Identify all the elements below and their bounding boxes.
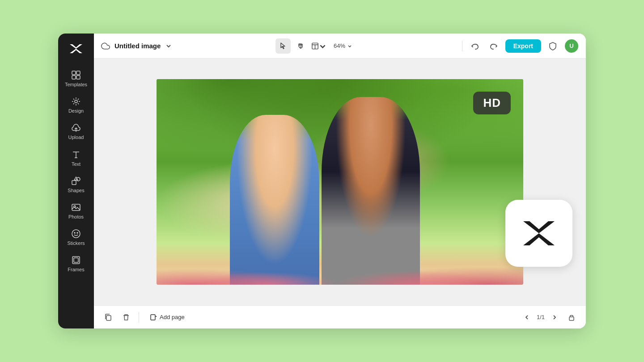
undo-icon bbox=[471, 42, 479, 50]
next-page-button[interactable] bbox=[548, 311, 561, 324]
prev-page-button[interactable] bbox=[521, 311, 533, 324]
svg-rect-7 bbox=[72, 204, 80, 210]
delete-button[interactable] bbox=[119, 310, 133, 324]
svg-rect-5 bbox=[72, 181, 76, 185]
svg-rect-2 bbox=[72, 76, 76, 79]
app-logo[interactable] bbox=[66, 39, 86, 59]
zoom-value: 64% bbox=[334, 42, 345, 49]
lock-button[interactable] bbox=[564, 310, 579, 324]
chevron-down-icon bbox=[165, 42, 172, 50]
sidebar-item-stickers-label: Stickers bbox=[67, 240, 85, 246]
cursor-icon bbox=[279, 42, 287, 50]
svg-rect-15 bbox=[106, 316, 111, 320]
sidebar-item-text-label: Text bbox=[72, 161, 80, 167]
templates-icon bbox=[71, 70, 81, 80]
sidebar: Templates Design Upload Text bbox=[58, 34, 94, 328]
shapes-icon bbox=[71, 176, 81, 186]
svg-point-11 bbox=[77, 232, 78, 233]
sidebar-item-photos[interactable]: Photos bbox=[58, 198, 94, 224]
layout-tool-button[interactable] bbox=[311, 38, 326, 54]
export-button[interactable]: Export bbox=[505, 39, 541, 53]
sidebar-item-frames-label: Frames bbox=[68, 267, 84, 273]
bottom-divider bbox=[139, 312, 139, 323]
photos-icon bbox=[71, 202, 81, 212]
svg-point-10 bbox=[74, 232, 75, 233]
main-area: Untitled image bbox=[94, 34, 586, 328]
svg-rect-3 bbox=[76, 76, 80, 79]
select-tool-button[interactable] bbox=[275, 38, 291, 54]
flowers-layer bbox=[157, 240, 523, 285]
page-count: 1/1 bbox=[537, 314, 545, 320]
canvas-container: HD bbox=[157, 79, 523, 285]
layout-icon bbox=[311, 42, 319, 50]
copy-icon bbox=[104, 313, 112, 321]
svg-point-4 bbox=[75, 100, 77, 103]
sidebar-item-shapes-label: Shapes bbox=[68, 188, 84, 194]
add-page-label: Add page bbox=[160, 314, 185, 320]
hand-icon bbox=[297, 42, 305, 50]
canvas-image[interactable]: HD bbox=[157, 79, 523, 285]
sidebar-item-templates-label: Templates bbox=[65, 82, 87, 88]
canvas-area: HD bbox=[94, 59, 586, 305]
sidebar-item-upload-label: Upload bbox=[68, 135, 84, 140]
toolbar-left: Untitled image bbox=[101, 42, 172, 51]
page-nav: 1/1 bbox=[521, 311, 561, 324]
sidebar-item-templates[interactable]: Templates bbox=[58, 66, 94, 92]
design-icon bbox=[71, 97, 81, 106]
chevron-left-icon bbox=[523, 314, 530, 321]
add-page-icon bbox=[150, 314, 157, 321]
sidebar-item-design[interactable]: Design bbox=[58, 92, 94, 118]
shield-icon bbox=[548, 42, 557, 51]
capcut-logo-icon bbox=[519, 213, 559, 253]
sidebar-item-design-label: Design bbox=[68, 108, 84, 114]
bottom-bar: Add page 1/1 bbox=[94, 305, 586, 328]
app-window: Templates Design Upload Text bbox=[58, 34, 586, 328]
cloud-icon bbox=[101, 42, 110, 51]
zoom-button[interactable]: 64% bbox=[329, 41, 357, 51]
lock-icon bbox=[568, 313, 576, 321]
toolbar-center: 64% bbox=[176, 38, 456, 54]
sidebar-item-frames[interactable]: Frames bbox=[58, 251, 94, 277]
copy-page-button[interactable] bbox=[101, 310, 115, 324]
sidebar-item-shapes[interactable]: Shapes bbox=[58, 172, 94, 198]
frames-icon bbox=[71, 255, 81, 265]
toolbar: Untitled image bbox=[94, 34, 586, 59]
avatar: U bbox=[565, 39, 578, 53]
svg-rect-16 bbox=[151, 315, 155, 320]
svg-point-9 bbox=[72, 230, 80, 238]
user-avatar-button[interactable]: U bbox=[564, 39, 579, 53]
redo-button[interactable] bbox=[487, 39, 501, 53]
undo-button[interactable] bbox=[468, 39, 482, 53]
sidebar-item-stickers[interactable]: Stickers bbox=[58, 224, 94, 251]
text-icon bbox=[71, 150, 81, 160]
title-chevron-button[interactable] bbox=[165, 42, 172, 50]
svg-rect-17 bbox=[569, 317, 574, 320]
chevron-right-icon bbox=[551, 314, 558, 321]
redo-icon bbox=[490, 42, 498, 50]
trash-icon bbox=[122, 313, 130, 321]
shield-button[interactable] bbox=[546, 39, 560, 53]
svg-rect-1 bbox=[76, 71, 80, 75]
toolbar-divider bbox=[462, 41, 462, 51]
sidebar-item-photos-label: Photos bbox=[68, 214, 84, 220]
svg-rect-13 bbox=[74, 258, 78, 262]
sidebar-item-text[interactable]: Text bbox=[58, 145, 94, 172]
add-page-button[interactable]: Add page bbox=[144, 311, 190, 324]
sidebar-item-upload[interactable]: Upload bbox=[58, 118, 94, 145]
hd-badge: HD bbox=[473, 92, 511, 114]
cloud-save-button[interactable] bbox=[101, 42, 110, 51]
svg-rect-0 bbox=[72, 71, 76, 75]
chevron-down-icon bbox=[347, 43, 352, 49]
capcut-logo-overlay bbox=[505, 200, 572, 267]
chevron-down-icon bbox=[319, 42, 326, 50]
pan-tool-button[interactable] bbox=[293, 38, 309, 54]
stickers-icon bbox=[71, 229, 81, 239]
upload-icon bbox=[71, 123, 81, 133]
toolbar-right: Export U bbox=[468, 39, 579, 53]
project-title[interactable]: Untitled image bbox=[114, 42, 161, 50]
